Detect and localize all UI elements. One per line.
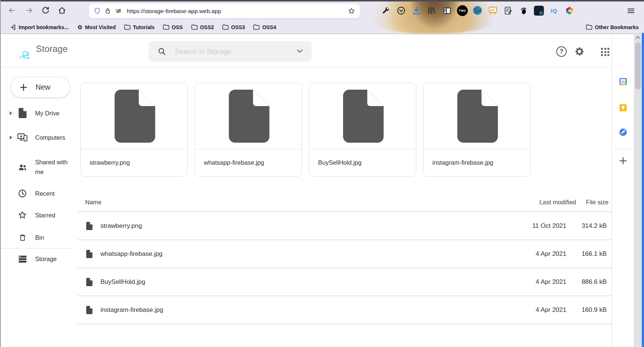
column-header-file-size[interactable]: File size xyxy=(586,199,609,206)
sidebar-item-storage[interactable]: Storage xyxy=(7,253,57,265)
google-tasks-icon xyxy=(619,128,628,137)
page-scrollbar[interactable] xyxy=(634,33,642,347)
new-button[interactable]: New xyxy=(10,77,70,98)
presentation-extension-icon[interactable] xyxy=(486,4,500,17)
sidebar-divider xyxy=(0,248,73,248)
bookmark-folder-oss4[interactable]: OSS4 xyxy=(253,24,276,30)
file-card[interactable]: BuySellHold.jpg xyxy=(309,83,416,177)
reader-sidebar-extension-icon[interactable] xyxy=(440,4,454,17)
file-icon xyxy=(113,90,155,143)
app-title: Storage xyxy=(36,44,68,54)
bookmark-star-icon[interactable] xyxy=(348,7,355,15)
bookmark-folder-oss[interactable]: OSS xyxy=(163,24,183,30)
table-row[interactable]: whatsapp-firebase.jpg 4 Apr 2021 166.1 k… xyxy=(78,240,612,268)
get-addons-button[interactable] xyxy=(618,156,628,166)
question-mark-icon: ? xyxy=(560,48,563,55)
panel-divider xyxy=(615,149,632,149)
sidebar-item-my-drive[interactable]: My Drive xyxy=(7,107,59,119)
sidebar-item-bin[interactable]: Bin xyxy=(7,232,44,244)
window-edge-accent xyxy=(642,33,644,347)
react-devtools-extension-icon[interactable] xyxy=(532,4,545,17)
table-row[interactable]: strawberry.png 11 Oct 2021 314.2 kB xyxy=(78,212,612,240)
folder-icon xyxy=(586,24,592,30)
file-size: 886.6 kB xyxy=(566,278,607,286)
react-logo-icon xyxy=(7,39,29,59)
column-header-name[interactable]: Name xyxy=(85,199,102,206)
browser-window: https://storage-firebase-app.web.app TWD xyxy=(0,0,644,347)
bookmark-folder-tutorials[interactable]: Tutorials xyxy=(124,24,155,30)
storage-bars-icon xyxy=(18,254,27,264)
file-card[interactable]: instagram-firebase.jpg xyxy=(423,83,531,177)
notes-extension-icon[interactable] xyxy=(501,4,515,17)
tasks-panel-button[interactable] xyxy=(619,128,628,137)
file-card-name: strawberry.png xyxy=(90,159,130,166)
import-icon xyxy=(10,24,16,31)
google-side-panel: 31 xyxy=(612,34,634,347)
iq-extension-icon[interactable]: IQ xyxy=(547,4,561,17)
bookmark-folder-oss2[interactable]: OSS2 xyxy=(191,24,214,30)
library-extension-icon[interactable] xyxy=(425,4,438,17)
keep-panel-button[interactable] xyxy=(619,103,627,112)
sidebar-item-computers[interactable]: Computers xyxy=(7,131,65,143)
file-size: 160.9 kB xyxy=(566,306,607,314)
url-bar[interactable]: https://storage-firebase-app.web.app xyxy=(89,4,360,18)
file-card[interactable]: strawberry.png xyxy=(80,83,188,177)
file-preview xyxy=(423,83,530,149)
search-bar[interactable] xyxy=(149,41,312,62)
expand-chevron-icon[interactable] xyxy=(7,111,15,115)
app-brand[interactable]: Storage xyxy=(7,39,68,59)
file-icon xyxy=(86,250,93,258)
other-bookmarks-button[interactable]: Other Bookmarks xyxy=(586,21,639,33)
scroll-up-button[interactable] xyxy=(634,34,642,41)
download-extension-icon[interactable] xyxy=(410,4,423,17)
search-input[interactable] xyxy=(174,47,289,56)
pinwheel-extension-icon[interactable] xyxy=(563,4,576,17)
file-name: BuySellHold.jpg xyxy=(100,278,145,286)
pocket-extension-icon[interactable] xyxy=(394,4,408,17)
home-button[interactable] xyxy=(55,4,69,17)
twd-label: TWD xyxy=(457,5,468,16)
reload-button[interactable] xyxy=(39,4,52,17)
apps-grid-button[interactable] xyxy=(600,47,610,57)
expand-chevron-icon[interactable] xyxy=(7,136,15,139)
file-name: whatsapp-firebase.jpg xyxy=(100,250,162,258)
table-row[interactable]: BuySellHold.jpg 4 Apr 2021 886.6 kB xyxy=(78,268,612,296)
bookmark-import[interactable]: Import bookmarks... xyxy=(10,24,69,31)
globe-extension-icon[interactable] xyxy=(471,4,484,17)
folder-icon xyxy=(222,24,229,30)
svg-text:31: 31 xyxy=(621,80,625,84)
file-card[interactable]: whatsapp-firebase.jpg xyxy=(195,83,302,177)
footprint-extension-icon[interactable] xyxy=(517,4,530,17)
folder-icon xyxy=(191,24,198,30)
sidebar-item-recent[interactable]: Recent xyxy=(7,188,55,199)
forward-button[interactable] xyxy=(22,4,36,17)
bookmarks-bar: Import bookmarks... Most Visited Tutoria… xyxy=(10,21,276,33)
shared-people-icon xyxy=(18,162,28,173)
permissions-sliders-icon[interactable] xyxy=(114,7,122,15)
chevron-down-icon[interactable] xyxy=(297,49,303,53)
calendar-panel-button[interactable]: 31 xyxy=(619,77,627,86)
scrollbar-thumb[interactable] xyxy=(635,43,641,89)
star-icon xyxy=(18,210,27,220)
bookmark-most-visited[interactable]: Most Visited xyxy=(77,24,116,30)
column-header-last-modified[interactable]: Last modified xyxy=(539,199,576,206)
twd-extension-icon[interactable]: TWD xyxy=(455,4,469,17)
window-top-border xyxy=(0,0,644,1)
tracking-shield-icon[interactable] xyxy=(93,7,101,15)
file-table: Name Last modified File size strawberry.… xyxy=(78,193,612,324)
sidebar-item-shared-with-me[interactable]: Shared with me xyxy=(7,156,75,179)
url-input[interactable]: https://storage-firebase-app.web.app xyxy=(127,8,348,15)
lock-icon[interactable] xyxy=(104,7,111,15)
menu-button[interactable] xyxy=(624,4,638,18)
bookmark-folder-oss3[interactable]: OSS3 xyxy=(222,24,245,30)
file-icon xyxy=(341,90,384,143)
file-size: 166.1 kB xyxy=(566,250,607,258)
settings-button[interactable] xyxy=(574,46,585,57)
drive-file-icon xyxy=(18,108,27,118)
wrench-extension-icon[interactable] xyxy=(379,4,392,17)
help-button[interactable]: ? xyxy=(556,46,567,57)
back-button[interactable] xyxy=(5,4,19,17)
table-row[interactable]: instagram-firebase.jpg 4 Apr 2021 160.9 … xyxy=(78,296,612,324)
sidebar-item-starred[interactable]: Starred xyxy=(7,209,55,221)
google-keep-icon xyxy=(619,103,627,112)
